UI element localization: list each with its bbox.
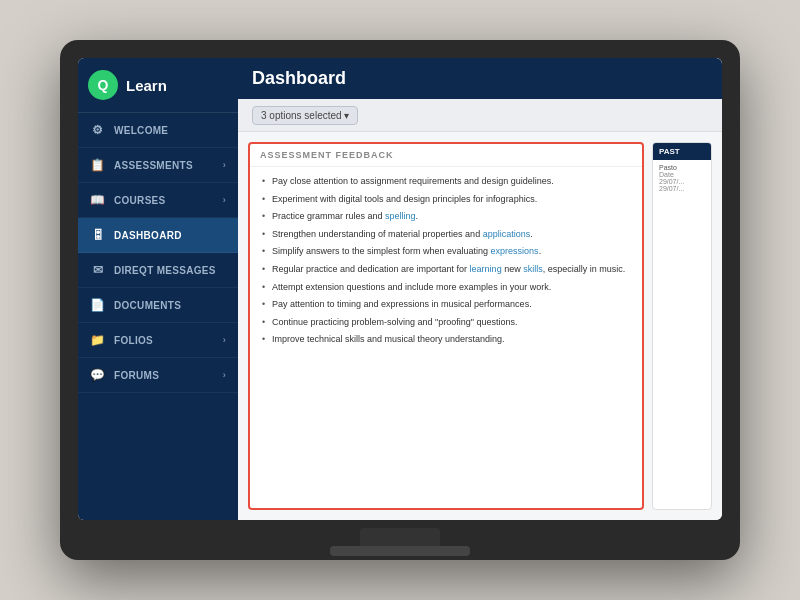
past-date-2: 29/07/...	[659, 185, 705, 192]
past-sub-header: Pasto	[659, 164, 705, 171]
sidebar-nav: ⚙ WELCOME 📋 ASSESSMENTS › 📖 COURSES › 🎛 …	[78, 113, 238, 520]
monitor-base	[330, 546, 470, 556]
sidebar-item-messages-label: DIREQT MESSAGES	[114, 265, 216, 276]
sidebar-item-courses[interactable]: 📖 COURSES ›	[78, 183, 238, 218]
sidebar-item-folios[interactable]: 📁 FOLIOS ›	[78, 323, 238, 358]
sidebar-item-folios-label: FOLIOS	[114, 335, 153, 346]
feedback-list: Pay close attention to assignment requir…	[260, 175, 632, 346]
screen: Q Learn ⚙ WELCOME 📋 ASSESSMENTS › 📖 COUR…	[78, 58, 722, 520]
chevron-right-icon-4: ›	[223, 370, 226, 380]
feedback-item-2: Experiment with digital tools and design…	[260, 193, 632, 206]
feedback-item-3: Practice grammar rules and spelling.	[260, 210, 632, 223]
past-date-1: 29/07/...	[659, 178, 705, 185]
past-card-body: Pasto Date 29/07/... 29/07/...	[653, 160, 711, 196]
main-content: Dashboard 3 options selected ▾ ASSESSMEN…	[238, 58, 722, 520]
feedback-item-9: Continue practicing problem-solving and …	[260, 316, 632, 329]
sidebar-item-dashboard-label: DASHBOARD	[114, 230, 182, 241]
past-card: PAST Pasto Date 29/07/... 29/07/...	[652, 142, 712, 510]
feedback-item-1: Pay close attention to assignment requir…	[260, 175, 632, 188]
logo-icon: Q	[88, 70, 118, 100]
monitor: Q Learn ⚙ WELCOME 📋 ASSESSMENTS › 📖 COUR…	[60, 40, 740, 560]
feedback-card-body: Pay close attention to assignment requir…	[250, 167, 642, 508]
options-bar: 3 options selected ▾	[238, 99, 722, 132]
folios-icon: 📁	[90, 332, 106, 348]
sidebar-item-courses-label: COURSES	[114, 195, 166, 206]
sidebar-item-assessments-label: ASSESSMENTS	[114, 160, 193, 171]
messages-icon: ✉	[90, 262, 106, 278]
chevron-right-icon-2: ›	[223, 195, 226, 205]
app-logo: Q Learn	[78, 58, 238, 113]
feedback-item-5: Simplify answers to the simplest form wh…	[260, 245, 632, 258]
feedback-item-7: Attempt extension questions and include …	[260, 281, 632, 294]
past-card-header: PAST	[653, 143, 711, 160]
forums-icon: 💬	[90, 367, 106, 383]
main-body: ASSESSMENT FEEDBACK Pay close attention …	[238, 132, 722, 520]
assessments-icon: 📋	[90, 157, 106, 173]
past-date-label: Date	[659, 171, 705, 178]
sidebar-item-welcome-label: WELCOME	[114, 125, 168, 136]
sidebar-item-dashboard[interactable]: 🎛 DASHBOARD	[78, 218, 238, 253]
app-name: Learn	[126, 77, 167, 94]
monitor-stand	[360, 528, 440, 548]
feedback-item-6: Regular practice and dedication are impo…	[260, 263, 632, 276]
welcome-icon: ⚙	[90, 122, 106, 138]
sidebar-item-documents[interactable]: 📄 DOCUMENTS	[78, 288, 238, 323]
documents-icon: 📄	[90, 297, 106, 313]
page-title: Dashboard	[252, 68, 708, 89]
feedback-card-header: ASSESSMENT FEEDBACK	[250, 144, 642, 167]
chevron-right-icon-3: ›	[223, 335, 226, 345]
sidebar-item-assessments[interactable]: 📋 ASSESSMENTS ›	[78, 148, 238, 183]
options-button[interactable]: 3 options selected ▾	[252, 106, 358, 125]
sidebar-item-documents-label: DOCUMENTS	[114, 300, 181, 311]
feedback-item-4: Strengthen understanding of material pro…	[260, 228, 632, 241]
sidebar: Q Learn ⚙ WELCOME 📋 ASSESSMENTS › 📖 COUR…	[78, 58, 238, 520]
sidebar-item-welcome[interactable]: ⚙ WELCOME	[78, 113, 238, 148]
sidebar-item-forums-label: FORUMS	[114, 370, 159, 381]
main-header: Dashboard	[238, 58, 722, 99]
chevron-right-icon: ›	[223, 160, 226, 170]
assessment-feedback-card: ASSESSMENT FEEDBACK Pay close attention …	[248, 142, 644, 510]
feedback-item-10: Improve technical skills and musical the…	[260, 333, 632, 346]
sidebar-item-direct-messages[interactable]: ✉ DIREQT MESSAGES	[78, 253, 238, 288]
courses-icon: 📖	[90, 192, 106, 208]
feedback-item-8: Pay attention to timing and expressions …	[260, 298, 632, 311]
dashboard-icon: 🎛	[90, 227, 106, 243]
sidebar-item-forums[interactable]: 💬 FORUMS ›	[78, 358, 238, 393]
